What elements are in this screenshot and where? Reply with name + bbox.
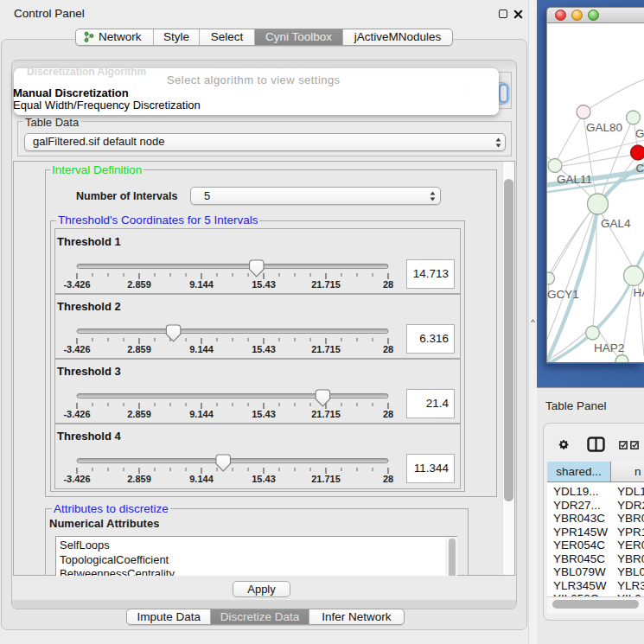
svg-text:-3.426: -3.426 (63, 279, 90, 290)
svg-text:15.43: 15.43 (252, 474, 276, 484)
svg-text:9.144: 9.144 (189, 279, 214, 290)
svg-text:21.715: 21.715 (311, 344, 341, 354)
svg-text:CY: CY (636, 162, 644, 175)
svg-text:HAP2: HAP2 (594, 341, 624, 354)
svg-text:GAL11: GAL11 (557, 173, 592, 186)
svg-text:9.144: 9.144 (189, 344, 214, 354)
svg-text:28: 28 (383, 279, 393, 290)
svg-text:21.715: 21.715 (311, 279, 341, 290)
svg-text:28: 28 (383, 474, 393, 484)
svg-text:-3.426: -3.426 (63, 409, 90, 419)
svg-text:15.43: 15.43 (252, 279, 276, 290)
svg-text:GCY1: GCY1 (547, 288, 579, 301)
svg-text:2.859: 2.859 (127, 344, 151, 354)
svg-text:2.859: 2.859 (127, 279, 151, 290)
svg-text:GA: GA (635, 127, 644, 140)
svg-text:21.715: 21.715 (311, 474, 341, 484)
svg-text:2.859: 2.859 (127, 409, 151, 419)
svg-text:15.43: 15.43 (252, 409, 276, 419)
svg-text:HA: HA (634, 286, 644, 299)
svg-text:-3.426: -3.426 (63, 344, 90, 354)
svg-text:9.144: 9.144 (189, 409, 214, 419)
svg-text:-3.426: -3.426 (63, 474, 90, 484)
svg-text:15.43: 15.43 (252, 344, 276, 354)
svg-text:GAL4: GAL4 (601, 217, 631, 230)
svg-text:GAL80: GAL80 (586, 121, 622, 134)
svg-text:2.859: 2.859 (127, 474, 151, 484)
svg-text:28: 28 (383, 409, 393, 419)
svg-text:9.144: 9.144 (189, 474, 214, 484)
svg-text:28: 28 (383, 344, 393, 354)
svg-text:21.715: 21.715 (311, 409, 341, 419)
